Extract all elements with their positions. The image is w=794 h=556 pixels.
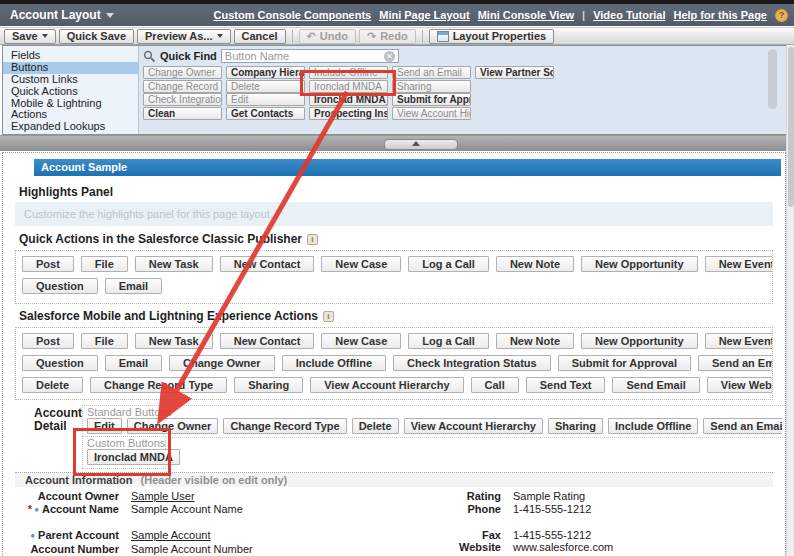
- action-button-email[interactable]: Email: [105, 278, 162, 294]
- page-scrollbar[interactable]: [786, 45, 794, 556]
- action-button-new-task[interactable]: New Task: [135, 333, 213, 349]
- sidebar-item-expanded-lookups[interactable]: Expanded Lookups: [3, 121, 138, 133]
- header-link[interactable]: Help for this Page: [673, 9, 767, 21]
- palette-button-submit-for-approv[interactable]: Submit for Approv: [392, 93, 471, 106]
- action-button-question[interactable]: Question: [22, 355, 98, 371]
- save-button[interactable]: Save: [4, 29, 56, 44]
- redo-icon: ↷: [367, 31, 376, 42]
- action-button-new-event[interactable]: New Event: [705, 256, 772, 272]
- action-button-new-opportunity[interactable]: New Opportunity: [581, 333, 698, 349]
- header-link[interactable]: Mini Page Layout: [379, 9, 469, 21]
- palette-grid-empty-cell: [475, 93, 554, 107]
- horizontal-scrollbar-thumb[interactable]: [384, 139, 458, 150]
- palette-button-view-account-hie[interactable]: View Account Hie: [392, 107, 471, 120]
- help-icon[interactable]: ?: [775, 9, 788, 22]
- palette-button-view-partner-scor[interactable]: View Partner Scor: [475, 66, 554, 79]
- header-link[interactable]: Mini Console View: [478, 9, 574, 21]
- action-button-post[interactable]: Post: [22, 256, 74, 272]
- standard-button-delete[interactable]: Delete: [352, 418, 399, 434]
- action-button-new-event[interactable]: New Event: [705, 333, 772, 349]
- cancel-button[interactable]: Cancel: [234, 29, 286, 44]
- page-scrollbar-thumb[interactable]: [788, 47, 794, 207]
- palette-button-check-integration[interactable]: Check Integration: [143, 93, 222, 106]
- custom-button-ironclad-mnda[interactable]: Ironclad MNDA: [87, 449, 180, 465]
- action-button-new-opportunity[interactable]: New Opportunity: [581, 256, 698, 272]
- quick-find-input[interactable]: Button Name ✕: [221, 49, 399, 63]
- info-icon[interactable]: i: [323, 311, 334, 322]
- collapse-palette-icon[interactable]: [412, 141, 420, 146]
- action-button-sharing[interactable]: Sharing: [234, 377, 303, 393]
- header-link[interactable]: Custom Console Components: [214, 9, 372, 21]
- action-button-send-email[interactable]: Send Email: [612, 377, 699, 393]
- field-value[interactable]: Sample User: [131, 490, 195, 503]
- field-row: Account NumberSample Account Number: [11, 543, 389, 556]
- header-link[interactable]: Video Tutorial: [593, 9, 665, 21]
- toolbar-button-label: Layout Properties: [453, 30, 547, 42]
- quick-save-button[interactable]: Quick Save: [59, 29, 134, 44]
- field-value[interactable]: Sample Account: [131, 529, 211, 542]
- toolbar-button-label: Quick Save: [67, 30, 126, 42]
- action-button-change-owner[interactable]: Change Owner: [169, 355, 275, 371]
- toolbar-button-label: Cancel: [242, 30, 278, 42]
- action-button-new-note[interactable]: New Note: [496, 333, 574, 349]
- action-button-new-note[interactable]: New Note: [496, 256, 574, 272]
- custom-buttons-row: Ironclad MNDA: [87, 449, 161, 465]
- action-button-file[interactable]: File: [81, 333, 128, 349]
- action-button-new-task[interactable]: New Task: [135, 256, 213, 272]
- field-value: www.salesforce.com: [513, 541, 613, 554]
- action-button-new-case[interactable]: New Case: [321, 256, 401, 272]
- action-button-email[interactable]: Email: [105, 355, 162, 371]
- action-button-call[interactable]: Call: [471, 377, 519, 393]
- standard-button-change-owner[interactable]: Change Owner: [127, 418, 219, 434]
- palette-button-company-hierarch[interactable]: Company Hierarch: [226, 66, 305, 79]
- palette-button-ironclad-mnda-d[interactable]: Ironclad MNDA_D: [309, 93, 388, 106]
- action-button-submit-for-approval[interactable]: Submit for Approval: [558, 355, 691, 371]
- standard-button-change-record-type[interactable]: Change Record Type: [223, 418, 346, 434]
- action-button-file[interactable]: File: [81, 256, 128, 272]
- standard-button-include-offline[interactable]: Include Offline: [608, 418, 698, 434]
- info-fields-right-column: RatingSample RatingPhone1-415-555-1212Fa…: [393, 490, 783, 556]
- page-title-menu[interactable]: Account Layout: [10, 8, 114, 22]
- panel-title-bar: Account Sample: [34, 159, 781, 176]
- palette-button-prospecting-insig[interactable]: Prospecting Insig: [309, 107, 388, 120]
- account-information-note: (Header visible on edit only): [141, 474, 288, 486]
- layout-properties-button[interactable]: Layout Properties: [429, 29, 555, 44]
- palette-button-change-owner[interactable]: Change Owner: [143, 66, 222, 79]
- action-button-log-a-call[interactable]: Log a Call: [408, 333, 489, 349]
- action-button-view-website[interactable]: View Website: [707, 377, 772, 393]
- action-button-log-a-call[interactable]: Log a Call: [408, 256, 489, 272]
- action-button-include-offline[interactable]: Include Offline: [282, 355, 386, 371]
- info-icon[interactable]: i: [307, 234, 318, 245]
- highlights-panel-heading: Highlights Panel: [19, 185, 113, 199]
- palette-button-change-record-ty[interactable]: Change Record Ty: [143, 80, 222, 93]
- preview-as-button[interactable]: Preview As...: [137, 29, 230, 44]
- standard-button-view-account-hierarchy[interactable]: View Account Hierarchy: [404, 418, 543, 434]
- action-button-check-integration-status[interactable]: Check Integration Status: [393, 355, 551, 371]
- palette-button-delete[interactable]: Delete: [226, 80, 305, 93]
- standard-button-send-an-email[interactable]: Send an Email: [703, 418, 782, 434]
- standard-button-sharing[interactable]: Sharing: [548, 418, 603, 434]
- action-button-view-account-hierarchy[interactable]: View Account Hierarchy: [310, 377, 463, 393]
- palette-button-get-contacts[interactable]: Get Contacts: [226, 107, 305, 120]
- action-button-change-record-type[interactable]: Change Record Type: [90, 377, 227, 393]
- clear-search-icon[interactable]: ✕: [384, 51, 395, 62]
- action-button-post[interactable]: Post: [22, 333, 74, 349]
- palette-button-edit[interactable]: Edit: [226, 93, 305, 106]
- action-button-new-case[interactable]: New Case: [321, 333, 401, 349]
- standard-buttons-row: EditChange OwnerChange Record TypeDelete…: [87, 418, 782, 434]
- action-button-question[interactable]: Question: [22, 278, 98, 294]
- palette-button-sharing[interactable]: Sharing: [392, 80, 471, 93]
- action-button-delete[interactable]: Delete: [22, 377, 83, 393]
- action-button-send-an-email[interactable]: Send an Email: [698, 355, 772, 371]
- palette-button-send-an-email[interactable]: Send an Email: [392, 66, 471, 79]
- palette-button-ironclad-mnda[interactable]: Ironclad MNDA: [309, 80, 388, 93]
- action-button-new-contact[interactable]: New Contact: [220, 333, 315, 349]
- action-button-new-contact[interactable]: New Contact: [220, 256, 315, 272]
- action-button-send-text[interactable]: Send Text: [526, 377, 606, 393]
- field-value: 1-415-555-1212: [513, 503, 591, 516]
- palette-button-include-offline[interactable]: Include Offline: [309, 66, 388, 79]
- sidebar-item-mobile-lightning-actions[interactable]: Mobile & Lightning Actions: [3, 98, 138, 121]
- standard-buttons-label: Standard Buttons: [87, 406, 782, 418]
- palette-button-clean[interactable]: Clean: [143, 107, 222, 120]
- standard-button-edit[interactable]: Edit: [87, 418, 122, 434]
